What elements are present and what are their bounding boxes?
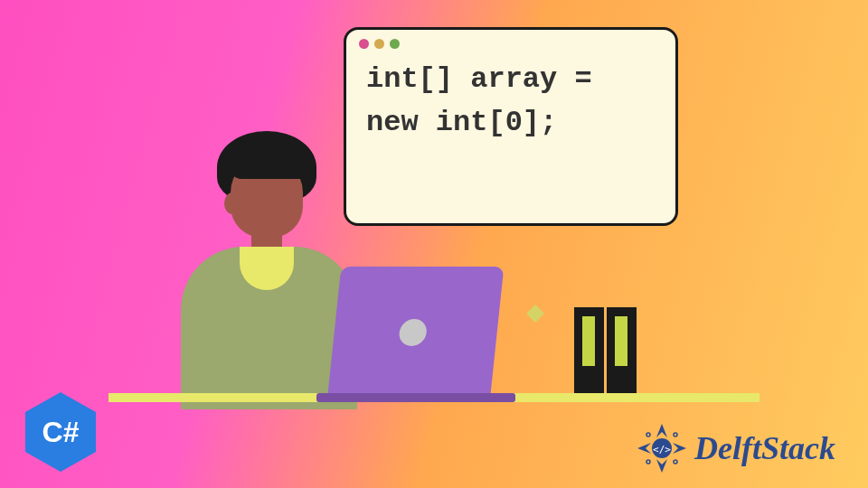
laptop-base [316,393,515,402]
code-line-1: int[] array = [366,62,592,96]
svg-marker-1 [673,443,686,454]
csharp-label: C# [42,416,80,449]
binders [574,307,639,393]
svg-marker-2 [656,459,667,473]
code-line-2: new int[0]; [366,106,557,139]
sparkle-icon [526,305,544,323]
svg-marker-3 [637,443,651,454]
delftstack-logo: </> DelftStack [635,421,835,475]
laptop-screen [328,267,505,393]
code-window: int[] array = new int[0]; [344,27,678,226]
svg-text:</>: </> [653,444,671,455]
svg-point-8 [674,460,677,464]
binder [607,307,637,393]
svg-point-9 [646,460,650,464]
minimize-dot-icon [374,39,384,49]
delftstack-icon: </> [635,421,689,475]
delftstack-text: DelftStack [694,429,835,467]
svg-point-6 [674,433,677,436]
binder [574,307,604,393]
svg-marker-0 [656,424,667,437]
close-dot-icon [359,39,369,49]
window-controls [346,30,675,52]
laptop-logo [398,319,428,346]
maximize-dot-icon [390,39,400,49]
csharp-badge: C# [25,392,96,472]
laptop [335,267,497,393]
hair-front [231,147,305,179]
svg-point-7 [646,433,650,436]
code-snippet: int[] array = new int[0]; [346,52,675,150]
